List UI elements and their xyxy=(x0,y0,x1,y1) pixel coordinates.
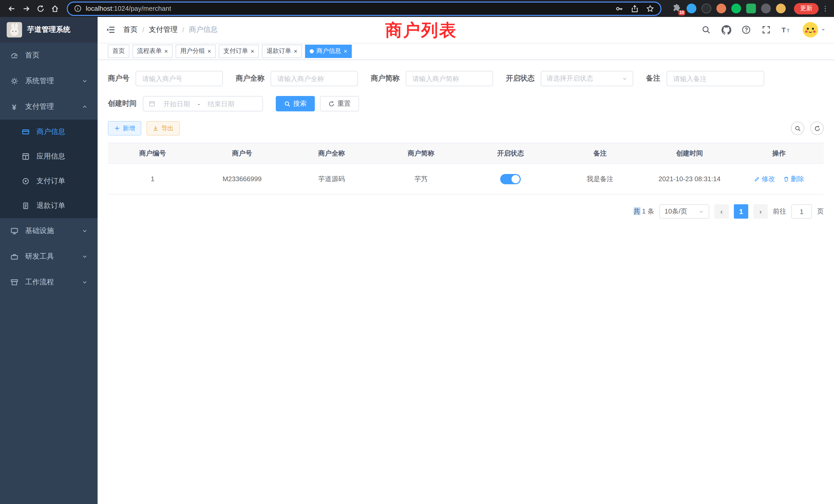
tab-merchant-info[interactable]: 商户信息× xyxy=(305,44,352,58)
breadcrumb-home[interactable]: 首页 xyxy=(123,25,138,35)
sidebar-item-home[interactable]: 首页 xyxy=(0,43,97,68)
tab-close-icon[interactable]: × xyxy=(207,48,211,54)
full-name-input[interactable] xyxy=(276,74,352,83)
user-menu[interactable] xyxy=(803,22,826,38)
breadcrumb-current: 商户信息 xyxy=(189,25,218,35)
font-size-icon[interactable]: TT xyxy=(781,24,792,36)
help-icon[interactable] xyxy=(741,24,752,36)
sidebar-item-app-info[interactable]: 应用信息 xyxy=(0,144,97,169)
search-button[interactable]: 搜索 xyxy=(276,96,315,111)
extension-icon[interactable] xyxy=(761,4,771,13)
browser-menu-icon[interactable]: ⋮ xyxy=(822,7,829,10)
sidebar-item-refund-order[interactable]: 退款订单 xyxy=(0,193,97,218)
search-icon[interactable] xyxy=(701,24,712,36)
pagination: 共 1 条 10条/页 ‹ 1 › 前往 页 xyxy=(108,204,824,219)
delete-link[interactable]: 删除 xyxy=(783,174,804,183)
sidebar-item-devtools[interactable]: 研发工具 xyxy=(0,244,97,270)
sidebar-item-infra[interactable]: 基础设施 xyxy=(0,218,97,244)
user-avatar[interactable] xyxy=(803,22,818,38)
logo-avatar xyxy=(7,22,22,38)
sidebar-item-pay-order[interactable]: 支付订单 xyxy=(0,169,97,193)
extension-icon[interactable] xyxy=(687,4,696,13)
export-button[interactable]: 导出 xyxy=(146,121,180,136)
tab-flow-form[interactable]: 流程表单× xyxy=(132,44,173,58)
goto-page-input[interactable] xyxy=(791,204,812,219)
app-logo: 芋道管理系统 xyxy=(0,17,97,43)
extension-icon[interactable] xyxy=(731,4,741,13)
hamburger-icon[interactable] xyxy=(106,25,115,35)
refresh-table-icon[interactable] xyxy=(810,122,824,135)
date-start-input[interactable] xyxy=(159,99,194,108)
pay-submenu: 商户信息 应用信息 支付订单 xyxy=(0,120,97,218)
tab-refund-order[interactable]: 退款订单× xyxy=(262,44,302,58)
share-icon[interactable] xyxy=(631,4,639,13)
col-header: 商户编号 xyxy=(108,143,197,163)
edit-link[interactable]: 修改 xyxy=(754,174,775,183)
gear-icon xyxy=(10,77,19,86)
password-key-icon[interactable] xyxy=(615,4,623,13)
prev-page-button[interactable]: ‹ xyxy=(714,204,729,219)
extension-puzzle-icon[interactable]: 10 xyxy=(672,4,681,13)
page-1-button[interactable]: 1 xyxy=(734,204,748,219)
toolbox-icon xyxy=(10,252,19,261)
home-icon[interactable] xyxy=(48,2,62,15)
browser-toolbar: localhost:1024/pay/merchant 10 xyxy=(0,0,834,17)
chevron-down-icon xyxy=(82,78,88,84)
extension-icon[interactable] xyxy=(717,4,726,13)
url-bar[interactable]: localhost:1024/pay/merchant xyxy=(67,1,661,16)
next-page-button[interactable]: › xyxy=(753,204,768,219)
col-header: 操作 xyxy=(734,143,824,163)
tab-close-icon[interactable]: × xyxy=(294,48,297,54)
tab-close-icon[interactable]: × xyxy=(344,48,347,54)
remark-input[interactable] xyxy=(672,74,759,83)
create-time-range-picker[interactable]: - xyxy=(143,96,263,111)
calendar-icon xyxy=(148,100,156,107)
reload-icon[interactable] xyxy=(34,2,47,15)
tab-close-icon[interactable]: × xyxy=(250,48,254,54)
cell-remark: 我是备注 xyxy=(555,163,645,194)
bookmark-star-icon[interactable] xyxy=(646,4,654,13)
credit-card-icon xyxy=(21,128,30,136)
app-title: 芋道管理系统 xyxy=(27,25,70,35)
chevron-down-icon xyxy=(82,228,88,234)
merchant-table: 商户编号 商户号 商户全称 商户简称 开启状态 备注 创建时间 操作 1 xyxy=(108,143,824,194)
screen: localhost:1024/pay/merchant 10 xyxy=(0,0,834,504)
page-unit: 页 xyxy=(817,207,824,216)
merchant-no-input-wrap xyxy=(136,71,223,86)
target-icon xyxy=(21,177,30,186)
reset-button[interactable]: 重置 xyxy=(320,96,359,111)
merchant-no-input[interactable] xyxy=(141,74,217,83)
short-name-input[interactable] xyxy=(411,74,487,83)
back-icon[interactable] xyxy=(5,2,19,15)
github-icon[interactable] xyxy=(721,24,732,36)
sidebar-item-pay[interactable]: ¥ 支付管理 xyxy=(0,94,97,120)
status-select[interactable]: 请选择开启状态 xyxy=(541,71,633,86)
cell-create-time: 2021-10-23 08:31:14 xyxy=(645,163,734,194)
tab-close-icon[interactable]: × xyxy=(164,48,168,54)
extension-icon[interactable] xyxy=(746,4,756,13)
extension-icon[interactable] xyxy=(702,4,711,13)
filter-label-create-time: 创建时间 xyxy=(108,99,137,108)
tab-pay-order[interactable]: 支付订单× xyxy=(219,44,259,58)
chrome-update-button[interactable]: 更新 xyxy=(794,3,818,14)
breadcrumb: 首页 / 支付管理 / 商户信息 xyxy=(123,25,218,35)
add-button[interactable]: 新增 xyxy=(108,121,141,136)
fullscreen-icon[interactable] xyxy=(761,24,772,36)
date-end-input[interactable] xyxy=(204,99,239,108)
col-header: 商户简称 xyxy=(376,143,466,163)
extension-icon[interactable] xyxy=(776,4,786,13)
toggle-search-icon[interactable] xyxy=(791,122,804,135)
forward-icon[interactable] xyxy=(20,2,33,15)
page-size-select[interactable]: 10条/页 xyxy=(659,204,709,219)
table-row: 1 M233666999 芋道源码 芋艿 我是备注 2021-10-23 08:… xyxy=(108,163,824,194)
document-icon xyxy=(21,202,30,210)
extension-badge: 10 xyxy=(678,10,685,16)
sidebar-item-system[interactable]: 系统管理 xyxy=(0,68,97,94)
tab-home[interactable]: 首页 xyxy=(108,44,129,58)
status-toggle[interactable] xyxy=(500,174,521,184)
breadcrumb-pay[interactable]: 支付管理 xyxy=(149,25,178,35)
sidebar-item-workflow[interactable]: 工作流程 xyxy=(0,270,97,295)
sidebar-item-merchant-info[interactable]: 商户信息 xyxy=(0,120,97,144)
tab-user-group[interactable]: 用户分组× xyxy=(176,44,216,58)
page-info-icon[interactable] xyxy=(74,5,82,12)
